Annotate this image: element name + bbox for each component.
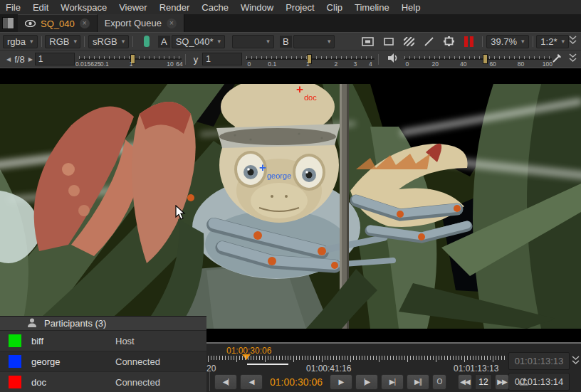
tab-label: Export Queue [105,18,162,28]
loop-mode-button[interactable]: O [432,374,446,390]
zoom-value: 39.7% [491,36,517,47]
divider [482,36,483,47]
double-chevron-down-icon[interactable] [569,53,577,65]
input-b-dropdown[interactable]: ▾ [293,35,335,48]
input-a2-dropdown[interactable]: ▾ [232,35,274,48]
colorspace-dropdown[interactable]: sRGB ▾ [88,35,129,48]
cached-range-bar [247,364,288,365]
participant-status: Connected [115,356,160,367]
tick-label: 60 [489,60,496,68]
go-to-start-button[interactable]: ◀| [214,374,237,390]
menu-edit[interactable]: Edit [33,2,48,13]
tab-bar: SQ_040 × Export Queue × [0,14,581,32]
timeline-content: 01:00:30:06 20 01:00:41:16 01:01:13:13 0… [206,344,581,392]
eyedropper-icon[interactable] [552,53,562,65]
play-button[interactable]: ▶ [330,374,352,390]
step-forward-button[interactable]: |▶ [355,374,378,390]
gamut-warning-icon[interactable] [144,36,150,47]
gamma-slider[interactable]: 0 0.1 1 2 3 4 [246,51,375,67]
menu-window[interactable]: Window [241,2,273,13]
participant-row-doc[interactable]: doc Connected [0,372,206,392]
mouse-cursor [175,205,187,223]
menu-render[interactable]: Render [159,2,190,13]
chevron-down-icon: ▾ [266,38,270,45]
pane-layout-icon[interactable] [2,17,14,29]
tick-label: 100 [543,60,553,68]
gain-input[interactable] [35,53,75,65]
tick-label: 3 [354,60,357,68]
input-a-value: SQ_040* [176,36,214,47]
fstop-label: f/8 [13,54,26,65]
divider [41,36,42,47]
volume-icon[interactable] [388,53,399,65]
tab-sq-040[interactable]: SQ_040 × [18,14,98,32]
pause-icon[interactable] [464,36,473,47]
participant-name: doc [31,377,115,388]
fps-field[interactable]: 12 [475,374,492,390]
menu-timeline[interactable]: Timeline [355,2,389,13]
menu-cache[interactable]: Cache [201,2,229,13]
marker-george[interactable]: + george [259,161,291,180]
wipe-stripes-icon[interactable] [404,37,414,46]
viewer-image [0,84,581,329]
menu-viewer[interactable]: Viewer [119,2,147,13]
proxy-dropdown[interactable]: 1:2* ▾ [536,35,569,48]
tick-label: 1 [306,60,310,68]
display-mode-value: RGB [49,36,69,47]
play-backward-button[interactable]: ◀ [240,374,263,390]
frame-marker-icon[interactable] [519,376,530,388]
volume-slider-track[interactable] [404,56,552,61]
color-swatch [9,334,21,347]
range-end-timecode-field[interactable]: 01:01:13:13 [508,352,570,370]
increment-fps-button[interactable]: ▶▶ [495,374,509,390]
participant-row-george[interactable]: george Connected [0,351,206,372]
double-chevron-down-icon[interactable] [569,36,577,47]
tick-label: 0 [248,60,251,68]
roi-icon[interactable] [444,36,454,46]
chevron-down-icon: ▾ [521,38,525,45]
go-to-end-button[interactable]: ▶|| [407,374,429,390]
tab-label: SQ_040 [41,18,75,29]
menu-file[interactable]: File [6,2,21,13]
tick-label: 2 [335,60,338,68]
input-a-dropdown[interactable]: SQ_040* ▾ [172,35,225,48]
fstop-next-icon[interactable]: ▶ [26,56,35,63]
divider [533,36,533,47]
volume-slider[interactable]: 0 20 40 60 80 100 [404,51,552,67]
gain-slider[interactable]: 0.015625 0.1 1 10 64 [79,51,182,67]
mask-overlay-icon[interactable] [384,38,394,46]
menu-project[interactable]: Project [286,2,314,13]
close-icon[interactable]: × [167,18,177,28]
next-frame-button[interactable]: ▶| [381,374,404,390]
menu-help[interactable]: Help [402,2,421,13]
fstop-prev-icon[interactable]: ◀ [4,56,13,63]
volume-slider-handle[interactable] [483,54,488,64]
close-icon[interactable]: × [80,18,90,28]
frame-display-icon[interactable] [362,37,374,46]
tick-label: 0.015625 [75,60,100,68]
zoom-dropdown[interactable]: 39.7% ▾ [486,35,528,48]
gamma-label: y [189,54,203,65]
double-chevron-down-icon[interactable] [572,356,580,367]
decrement-fps-button[interactable]: ◀◀ [458,374,472,390]
tick-label: 40 [460,60,466,68]
tab-export-queue[interactable]: Export Queue × [98,14,184,32]
chevron-down-icon: ▾ [73,38,77,45]
gamma-input[interactable] [202,53,242,65]
viewer-canvas[interactable]: + doc + george [0,68,581,342]
marker-doc[interactable]: + doc [296,83,317,102]
channels-value: rgba [7,36,26,47]
participant-row-biff[interactable]: biff Host [0,331,206,351]
display-mode-dropdown[interactable]: RGB ▾ [45,35,80,48]
channels-dropdown[interactable]: rgba ▾ [3,35,38,48]
menu-workspace[interactable]: Workspace [61,2,107,13]
input-a-label: A [158,36,170,48]
participant-status: Connected [115,377,160,388]
current-timecode[interactable]: 01:00:30:06 [266,376,327,388]
menu-clip[interactable]: Clip [327,2,342,13]
divider [185,54,186,65]
colorspace-value: sRGB [93,36,117,47]
compare-line-icon[interactable] [424,37,434,46]
tick-label: 64 [176,60,182,68]
timeline-ruler[interactable] [208,356,507,363]
